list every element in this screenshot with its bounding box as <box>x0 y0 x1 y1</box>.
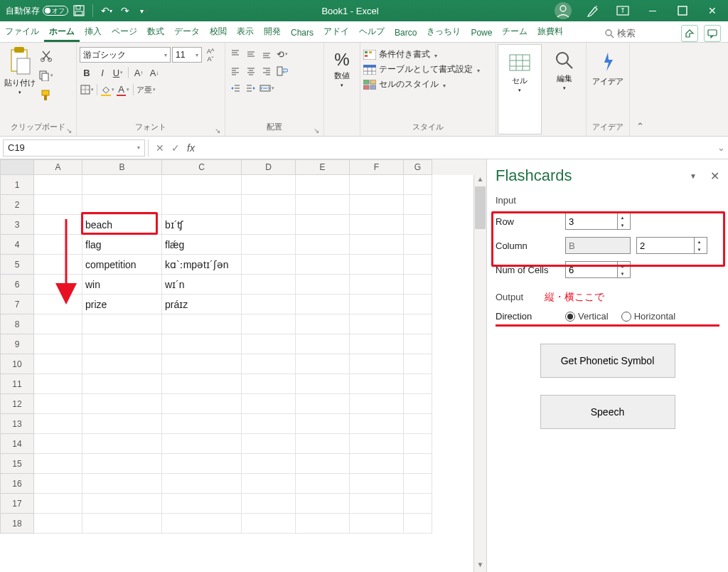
get-phonetic-button[interactable]: Get Phonetic Symbol <box>540 344 675 378</box>
column-header[interactable]: C <box>162 159 242 175</box>
cell[interactable] <box>404 454 432 474</box>
cell[interactable] <box>242 454 296 474</box>
cell[interactable] <box>296 295 350 314</box>
cell[interactable] <box>82 175 162 195</box>
name-box[interactable]: C19▾ <box>3 139 145 157</box>
cell[interactable] <box>162 494 242 514</box>
cell[interactable] <box>404 314 432 334</box>
cell[interactable] <box>82 414 162 434</box>
row-header[interactable]: 12 <box>0 394 34 414</box>
cell[interactable] <box>34 414 82 434</box>
tab-addin[interactable]: アドイ <box>318 21 354 42</box>
radio-vertical[interactable]: Vertical <box>565 311 609 322</box>
cells-button[interactable]: セル▾ <box>501 52 538 95</box>
cell[interactable] <box>296 494 350 514</box>
underline-button[interactable]: U <box>111 65 125 80</box>
close-button[interactable]: ✕ <box>698 0 727 21</box>
cell[interactable] <box>242 474 296 494</box>
cell[interactable] <box>404 275 432 295</box>
cut-icon[interactable] <box>38 48 53 63</box>
save-icon[interactable] <box>71 3 87 18</box>
row-header[interactable]: 18 <box>0 514 34 534</box>
maximize-button[interactable] <box>668 0 697 21</box>
column-header[interactable]: F <box>350 159 404 175</box>
cell[interactable] <box>296 195 350 215</box>
tab-data[interactable]: データ <box>169 21 205 42</box>
fill-color-icon[interactable]: ◇ <box>100 83 114 97</box>
qat-customize-icon[interactable]: ▾ <box>136 3 151 18</box>
cell[interactable]: flǽg <box>162 235 242 255</box>
row-header[interactable]: 1 <box>0 175 34 195</box>
tab-review[interactable]: 校閲 <box>205 21 232 42</box>
paste-button[interactable]: 貼り付け▾ <box>3 44 37 98</box>
increase-indent-icon[interactable] <box>244 81 258 95</box>
cell[interactable]: flag <box>82 235 162 255</box>
cell[interactable]: bɪ´ʧ <box>162 215 242 235</box>
cell[interactable] <box>296 334 350 354</box>
tell-me-search[interactable]: 検索 <box>604 27 675 40</box>
row-input[interactable] <box>566 213 617 229</box>
tab-power[interactable]: Powe <box>466 23 497 42</box>
row-header[interactable]: 4 <box>0 235 34 255</box>
format-painter-icon[interactable] <box>38 88 53 102</box>
formula-input[interactable] <box>202 139 714 157</box>
ideas-button[interactable]: アイデア <box>589 50 626 85</box>
cell[interactable] <box>404 374 432 394</box>
cell[interactable] <box>82 514 162 534</box>
row-header[interactable]: 17 <box>0 494 34 514</box>
cell[interactable] <box>242 275 296 295</box>
cell[interactable] <box>34 374 82 394</box>
column-header[interactable]: E <box>296 159 350 175</box>
cell[interactable] <box>162 414 242 434</box>
ribbon-options-icon[interactable] <box>609 0 637 21</box>
cell[interactable] <box>296 454 350 474</box>
cell[interactable] <box>162 434 242 454</box>
tab-view[interactable]: 表示 <box>232 21 259 42</box>
cell[interactable] <box>404 354 432 374</box>
borders-icon[interactable] <box>80 83 94 97</box>
tab-home[interactable]: ホーム <box>44 21 80 42</box>
font-size-select[interactable]: 11▾ <box>172 47 202 63</box>
format-as-table-button[interactable]: テーブルとして書式設定 <box>363 63 480 75</box>
cell[interactable] <box>350 295 404 314</box>
cell[interactable] <box>350 195 404 215</box>
row-header[interactable]: 11 <box>0 374 34 394</box>
cell[interactable] <box>82 434 162 454</box>
column-input[interactable] <box>637 238 694 253</box>
cell[interactable] <box>350 374 404 394</box>
cell[interactable] <box>82 314 162 334</box>
cell[interactable]: competition <box>82 255 162 275</box>
row-spinner[interactable]: ▲▼ <box>565 213 631 230</box>
editing-button[interactable]: 編集▾ <box>546 50 583 92</box>
minimize-button[interactable]: ─ <box>638 0 667 21</box>
row-header[interactable]: 5 <box>0 255 34 275</box>
cell[interactable] <box>162 314 242 334</box>
cell[interactable] <box>162 374 242 394</box>
cell[interactable] <box>404 195 432 215</box>
numcells-input[interactable] <box>566 262 617 277</box>
cell[interactable] <box>350 414 404 434</box>
enter-formula-icon[interactable]: ✓ <box>171 142 180 154</box>
speech-button[interactable]: Speech <box>540 395 675 429</box>
cell[interactable] <box>34 195 82 215</box>
cell[interactable] <box>296 255 350 275</box>
italic-button[interactable]: I <box>95 65 109 80</box>
dialog-launcher-icon[interactable]: ↘ <box>314 127 319 134</box>
cell[interactable] <box>82 394 162 414</box>
cell[interactable] <box>296 275 350 295</box>
row-header[interactable]: 14 <box>0 434 34 454</box>
cell[interactable] <box>350 354 404 374</box>
cell[interactable] <box>34 354 82 374</box>
tab-help[interactable]: ヘルプ <box>354 21 390 42</box>
cell[interactable] <box>34 215 82 235</box>
cell[interactable] <box>296 374 350 394</box>
shrink-font-icon[interactable]: Aˇ <box>203 55 218 63</box>
align-center-icon[interactable] <box>244 64 258 78</box>
pane-menu-icon[interactable]: ▼ <box>690 172 697 180</box>
drawing-icon[interactable] <box>579 0 607 21</box>
cell[interactable] <box>404 394 432 414</box>
cell[interactable] <box>162 474 242 494</box>
cell[interactable] <box>242 434 296 454</box>
cell[interactable] <box>82 494 162 514</box>
cell[interactable] <box>82 195 162 215</box>
